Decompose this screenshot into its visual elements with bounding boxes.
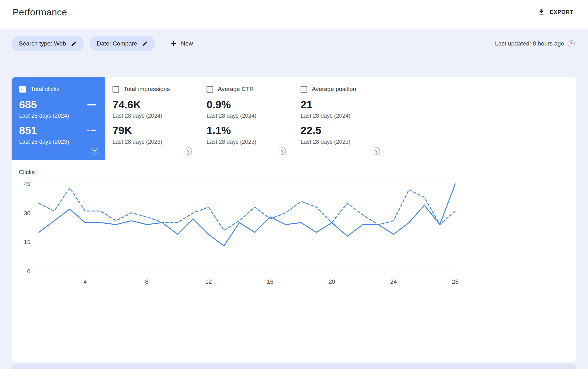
clicks-line-chart[interactable]: 0153045481216202428 — [19, 179, 470, 288]
help-icon[interactable]: ? — [568, 40, 575, 47]
svg-text:15: 15 — [24, 239, 30, 245]
metric-value-previous: 22.5 — [301, 125, 321, 136]
metric-period-previous: Last 28 days (2023) — [207, 139, 285, 145]
page-title: Performance — [13, 7, 67, 18]
edit-pencil-icon — [142, 41, 148, 47]
metric-value-previous: 1.1% — [207, 125, 231, 136]
metric-card-total-impressions[interactable]: Total impressions 74.6K Last 28 days (20… — [105, 77, 199, 160]
dashed-line-legend-icon — [87, 130, 96, 131]
svg-text:20: 20 — [328, 278, 335, 285]
metric-value-previous: 851 — [19, 125, 37, 136]
search-type-chip[interactable]: Search type: Web — [12, 36, 84, 51]
svg-text:30: 30 — [24, 210, 30, 217]
metric-card-header: Average CTR — [207, 86, 285, 93]
checkbox-checked-icon[interactable] — [19, 86, 26, 93]
next-section-panel-edge — [12, 364, 576, 369]
metric-card-header: Total clicks — [19, 86, 97, 93]
metric-value-current: 21 — [301, 99, 312, 110]
svg-text:45: 45 — [24, 181, 30, 187]
metric-card-label: Average position — [312, 86, 356, 93]
svg-text:28: 28 — [452, 278, 459, 285]
metric-period-previous: Last 28 days (2023) — [301, 139, 379, 145]
metric-period-previous: Last 28 days (2023) — [19, 139, 97, 145]
metric-period-current: Last 28 days (2024) — [207, 113, 285, 119]
chart-y-axis-title: Clicks — [19, 169, 576, 176]
metric-value-previous: 79K — [113, 125, 132, 136]
svg-text:12: 12 — [205, 278, 212, 285]
search-type-chip-label: Search type: Web — [19, 40, 66, 47]
help-icon[interactable]: ? — [373, 147, 380, 155]
metric-period-current: Last 28 days (2024) — [19, 113, 97, 119]
svg-text:24: 24 — [390, 278, 397, 285]
svg-text:16: 16 — [267, 278, 273, 285]
new-filter-button[interactable]: New — [170, 40, 193, 47]
download-icon — [538, 8, 545, 16]
filter-bar: Search type: Web Date: Compare New Last … — [0, 29, 588, 51]
last-updated-text: Last updated: 8 hours ago — [495, 40, 564, 47]
checkbox-unchecked-icon[interactable] — [113, 86, 119, 93]
date-compare-chip[interactable]: Date: Compare — [90, 36, 155, 51]
metric-card-header: Total impressions — [113, 86, 191, 93]
checkbox-unchecked-icon[interactable] — [301, 86, 307, 93]
metric-card-label: Average CTR — [218, 86, 254, 93]
plus-icon — [170, 40, 177, 47]
metric-cards-row: Total clicks 685 Last 28 days (2024) 851… — [12, 77, 576, 160]
metric-period-current: Last 28 days (2024) — [301, 113, 379, 119]
svg-text:4: 4 — [83, 278, 87, 285]
metric-card-average-ctr[interactable]: Average CTR 0.9% Last 28 days (2024) 1.1… — [199, 77, 293, 160]
svg-text:8: 8 — [145, 278, 149, 285]
metric-card-average-position[interactable]: Average position 21 Last 28 days (2024) … — [293, 77, 387, 160]
metric-card-header: Average position — [301, 86, 379, 93]
svg-text:0: 0 — [27, 268, 30, 275]
metric-value-current: 74.6K — [113, 99, 141, 110]
clicks-chart-section: Clicks 0153045481216202428 — [12, 160, 576, 288]
performance-panel: Total clicks 685 Last 28 days (2024) 851… — [12, 77, 576, 362]
export-button[interactable]: EXPORT — [538, 8, 574, 16]
date-compare-chip-label: Date: Compare — [97, 40, 137, 47]
help-icon[interactable]: ? — [279, 147, 286, 155]
metric-value-current: 685 — [19, 99, 37, 110]
solid-line-legend-icon — [87, 104, 96, 105]
metric-card-label: Total clicks — [31, 86, 60, 93]
metric-value-current: 0.9% — [207, 99, 231, 110]
metric-period-previous: Last 28 days (2023) — [113, 139, 191, 145]
last-updated-status: Last updated: 8 hours ago ? — [495, 40, 575, 47]
export-label: EXPORT — [550, 9, 574, 15]
metric-card-total-clicks[interactable]: Total clicks 685 Last 28 days (2024) 851… — [12, 77, 105, 160]
metric-period-current: Last 28 days (2024) — [113, 113, 191, 119]
edit-pencil-icon — [71, 41, 77, 47]
new-filter-label: New — [181, 40, 193, 47]
metric-card-label: Total impressions — [124, 86, 170, 93]
top-bar: Performance EXPORT — [0, 0, 588, 29]
help-icon[interactable]: ? — [91, 148, 98, 155]
checkbox-unchecked-icon[interactable] — [207, 86, 213, 93]
help-icon[interactable]: ? — [185, 147, 192, 155]
